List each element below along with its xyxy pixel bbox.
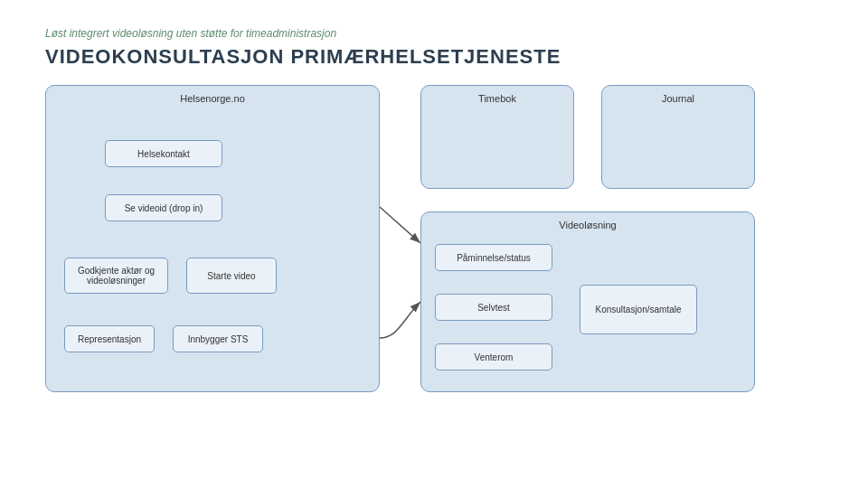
timebok-box: Timebok xyxy=(420,85,574,189)
journal-box: Journal xyxy=(601,85,755,189)
videolosning-box: Videoløsning Påminnelse/status Selvtest … xyxy=(420,211,755,392)
helsenorge-box: Helsenorge.no Helsekontakt Se videoid (d… xyxy=(45,85,380,392)
page-title: VIDEOKONSULTASJON PRIMÆRHELSETJENESTE xyxy=(45,45,823,69)
innbygger-box: Innbygger STS xyxy=(173,325,263,352)
startvideo-box: Starte video xyxy=(186,258,277,294)
konsultasjon-box: Konsultasjon/samtale xyxy=(580,285,697,334)
page: Løst integrert videoløsning uten støtte … xyxy=(0,0,868,428)
venterom-box: Venterom xyxy=(435,343,552,371)
helsekontakt-box: Helsekontakt xyxy=(105,140,222,167)
sevideouid-box: Se videoid (drop in) xyxy=(105,194,222,221)
paminnelse-box: Påminnelse/status xyxy=(435,244,552,271)
representasjon-box: Representasjon xyxy=(64,325,155,352)
subtitle: Løst integrert videoløsning uten støtte … xyxy=(45,27,823,40)
videolosning-label: Videoløsning xyxy=(421,220,754,230)
godkjente-box: Godkjente aktør og videoløsninger xyxy=(64,258,168,294)
selvtest-box: Selvtest xyxy=(435,294,552,321)
diagram: Helsenorge.no Helsekontakt Se videoid (d… xyxy=(45,85,823,410)
journal-label: Journal xyxy=(602,93,754,104)
timebok-label: Timebok xyxy=(421,93,573,104)
helsenorge-label: Helsenorge.no xyxy=(46,93,379,104)
